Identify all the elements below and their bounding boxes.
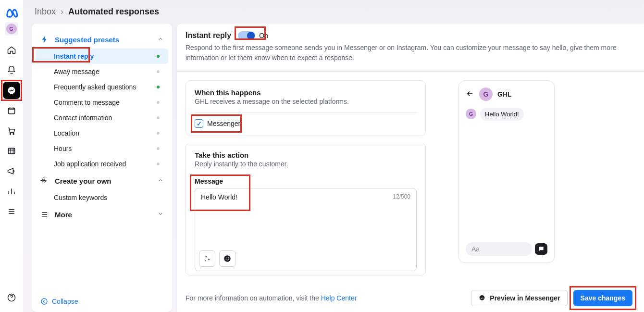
sidebar-item-faq[interactable]: Frequently asked questions	[36, 79, 168, 95]
chevron-right-icon: ›	[61, 7, 63, 17]
sidebar-item-location[interactable]: Location	[36, 125, 168, 141]
collapse-sidebar[interactable]: Collapse	[32, 291, 172, 312]
svg-point-3	[13, 134, 14, 135]
footer-info: For more information on automation, visi…	[186, 294, 357, 302]
action-sub: Reply instantly to the customer.	[195, 160, 417, 168]
personalize-button[interactable]	[199, 250, 215, 267]
sidebar-item-label: Away message	[54, 68, 99, 75]
svg-rect-4	[8, 148, 14, 154]
rail-cart-icon[interactable]	[3, 122, 20, 139]
preview-avatar: G	[479, 87, 493, 101]
rail-insights-icon[interactable]	[3, 183, 20, 200]
svg-point-6	[41, 299, 47, 304]
section-suggested-presets[interactable]: Suggested presets	[32, 30, 172, 49]
sidebar-item-hours[interactable]: Hours	[36, 141, 168, 156]
sidebar-item-job-app[interactable]: Job application received	[36, 156, 168, 172]
svg-rect-1	[8, 108, 14, 114]
sidebar-item-instant-reply[interactable]: Instant reply	[36, 49, 168, 64]
sidebar-item-custom-keywords[interactable]: Custom keywords	[36, 190, 168, 205]
rail-bell-icon[interactable]	[3, 62, 20, 79]
page-description: Respond to the first message someone sen…	[186, 43, 632, 62]
action-heading: Take this action	[195, 151, 417, 159]
account-avatar[interactable]: G	[5, 22, 18, 36]
sidebar-item-label: Contact information	[54, 114, 112, 122]
char-counter: 12/500	[393, 193, 410, 200]
section-create-your-own[interactable]: Create your own	[32, 172, 172, 190]
save-btn-label: Save changes	[581, 294, 625, 302]
save-changes-button[interactable]: Save changes	[573, 290, 632, 306]
action-card: Take this action Reply instantly to the …	[186, 143, 426, 275]
when-heading: When this happens	[195, 88, 417, 97]
avatar-initial: G	[9, 26, 13, 32]
bolt-icon	[40, 35, 49, 44]
sidebar-item-label: Comment to message	[54, 99, 120, 106]
chevron-up-icon	[158, 36, 163, 43]
preview-input: Aa	[466, 242, 532, 256]
more-label: More	[55, 211, 152, 219]
rail-menu-icon[interactable]	[3, 203, 20, 220]
sidebar-item-label: Instant reply	[54, 52, 94, 60]
rail-megaphone-icon[interactable]	[3, 162, 20, 180]
presets-label: Suggested presets	[55, 36, 152, 44]
preview-bubble: Hello World!	[480, 108, 524, 121]
svg-point-8	[226, 258, 227, 259]
sidebar-item-label: Frequently asked questions	[54, 83, 136, 91]
toggle-state-label: On	[259, 32, 268, 39]
message-label: Message	[195, 177, 417, 185]
sidebar-item-comment-to-message[interactable]: Comment to message	[36, 95, 168, 110]
sidebar-item-contact-info[interactable]: Contact information	[36, 110, 168, 125]
rail-home-icon[interactable]	[3, 41, 20, 59]
preview-name: GHL	[497, 90, 512, 98]
rail-posts-icon[interactable]	[3, 102, 20, 119]
content-pane: Instant reply On Respond to the first me…	[177, 24, 644, 312]
message-textarea[interactable]: Hello World! 12/500	[195, 188, 416, 246]
rail-table-icon[interactable]	[3, 142, 20, 160]
sidebar-item-label: Custom keywords	[54, 194, 107, 201]
svg-point-7	[224, 255, 231, 262]
svg-point-9	[228, 258, 229, 259]
breadcrumb-parent[interactable]: Inbox	[35, 7, 56, 17]
svg-point-2	[10, 134, 11, 135]
messenger-checkbox[interactable]	[195, 119, 203, 128]
breadcrumb: Inbox › Automated responses	[23, 0, 644, 24]
breadcrumb-current: Automated responses	[68, 7, 159, 17]
message-text: Hello World!	[201, 193, 237, 201]
messenger-icon	[478, 294, 486, 302]
when-card: When this happens GHL receives a message…	[186, 80, 426, 136]
message-preview: G GHL G Hello World! Aa	[458, 80, 555, 263]
left-rail: G	[0, 0, 23, 312]
message-box: Hello World! 12/500	[195, 188, 417, 271]
collapse-icon	[40, 298, 48, 305]
preview-back-icon[interactable]	[466, 89, 474, 100]
automation-sidebar: Suggested presets Instant reply Away mes…	[32, 24, 172, 312]
preview-send-icon	[535, 243, 547, 255]
preset-items: Instant reply Away message Frequently as…	[32, 49, 172, 172]
menu-icon	[40, 210, 49, 219]
help-center-link[interactable]: Help Center	[321, 294, 357, 302]
collapse-label: Collapse	[52, 298, 78, 305]
preview-in-messenger-button[interactable]: Preview in Messenger	[471, 290, 567, 306]
sidebar-item-label: Job application received	[54, 160, 126, 168]
sidebar-item-label: Hours	[54, 145, 72, 152]
meta-logo-icon	[5, 6, 18, 19]
sidebar-item-label: Location	[54, 129, 79, 137]
rail-inbox-icon[interactable]	[3, 82, 20, 99]
section-more[interactable]: More	[32, 205, 172, 224]
chevron-down-icon	[158, 211, 163, 218]
when-sub: GHL receives a message on the selected p…	[195, 98, 417, 105]
create-label: Create your own	[55, 177, 152, 185]
rail-help-icon[interactable]	[3, 289, 20, 306]
preview-btn-label: Preview in Messenger	[490, 294, 560, 302]
page-title: Instant reply	[186, 31, 231, 40]
svg-point-10	[480, 295, 485, 300]
sidebar-item-away-message[interactable]: Away message	[36, 64, 168, 79]
instant-reply-toggle[interactable]	[238, 31, 255, 40]
emoji-button[interactable]	[219, 250, 235, 267]
chevron-up-icon	[158, 177, 163, 185]
preview-msg-avatar: G	[466, 109, 476, 119]
sparkle-icon	[40, 176, 49, 185]
messenger-label: Messenger	[207, 120, 240, 127]
